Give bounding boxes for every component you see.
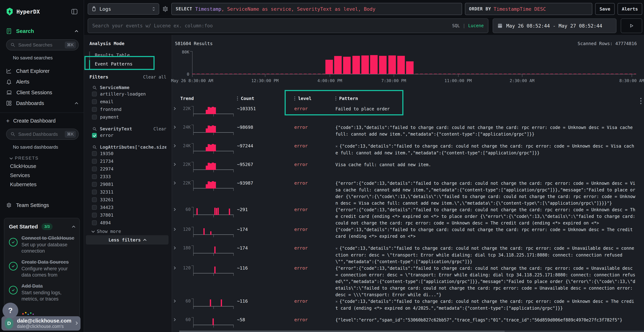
expand-row-chevron[interactable] — [172, 317, 177, 321]
pattern-cell[interactable]: Failed to place order — [336, 106, 637, 112]
pattern-cell[interactable]: ×{"code":13,"details":"failed to charge … — [336, 143, 637, 156]
checkbox[interactable] — [92, 174, 97, 179]
less-filters-button[interactable]: Less filters — [86, 235, 168, 244]
date-range-picker[interactable]: May 26 08:52:44 - May 27 08:52:44 — [493, 18, 616, 33]
table-row[interactable]: 60 ~116 error ×{"code":13,"details":"fai… — [172, 298, 637, 317]
get-started-item[interactable]: Add Data Start sending logs, metrics, or… — [9, 283, 75, 302]
saved-dashboards-input[interactable]: ⌘K — [6, 128, 79, 140]
table-row[interactable]: 60 ~58 error {"level":"error","span_id":… — [172, 317, 637, 332]
filter-option[interactable]: 21734 — [84, 158, 172, 165]
chevron-up-icon[interactable] — [72, 226, 75, 229]
histogram-bar[interactable] — [388, 56, 396, 74]
pattern-cell[interactable]: {"code":13,"details":"failed to charge c… — [336, 226, 637, 240]
checkbox[interactable] — [92, 166, 97, 171]
source-select[interactable]: Logs — [88, 3, 159, 15]
presets-toggle[interactable]: PRESETS — [0, 152, 84, 162]
table-row[interactable]: 24K ~98698 error {"code":13,"details":"f… — [172, 124, 637, 143]
horizontal-scrollbar[interactable] — [179, 330, 644, 332]
expand-row-chevron[interactable] — [172, 226, 177, 230]
search-icon[interactable] — [92, 127, 97, 131]
table-row[interactable]: 22K ~95267 error Visa cache full: cannot… — [172, 162, 637, 180]
mode-results-table[interactable]: Results Table — [84, 51, 172, 60]
expand-row-chevron[interactable] — [172, 265, 177, 269]
checkbox[interactable] — [92, 197, 97, 202]
help-button[interactable]: ? — [2, 303, 18, 318]
checkbox[interactable] — [92, 205, 97, 210]
table-row[interactable]: 24K ~97244 error ×{"code":13,"details":"… — [172, 143, 637, 162]
source-settings-gear-icon[interactable] — [162, 6, 168, 12]
pattern-cell[interactable]: {"level":"error","span_id":"53060b827c62… — [336, 317, 637, 324]
collapse-sidebar-icon[interactable] — [71, 8, 78, 15]
sidebar-item-alerts[interactable]: Alerts — [0, 76, 84, 87]
alerts-button[interactable]: Alerts — [618, 3, 642, 15]
pattern-cell[interactable]: Visa cache full: cannot add new item. — [336, 162, 637, 168]
get-started-item[interactable]: Create Data Sources Configure where your… — [9, 260, 75, 278]
pattern-cell[interactable]: {"error":{"code":13,"details":"failed to… — [336, 180, 637, 206]
filter-option[interactable]: 22974 — [84, 165, 172, 173]
filter-option[interactable]: frontend — [84, 106, 172, 113]
table-row[interactable]: 22K ~103351 error Failed to place order — [172, 106, 637, 124]
clear-all-link[interactable]: Clear all — [143, 74, 166, 80]
checkbox[interactable] — [92, 115, 97, 120]
filter-option[interactable]: payment — [84, 113, 172, 121]
event-search-input[interactable] — [92, 23, 449, 28]
column-header-trend[interactable]: Trend — [172, 96, 237, 101]
histogram-bar[interactable] — [370, 55, 378, 74]
checkbox[interactable] — [92, 133, 97, 138]
query-language-toggle[interactable]: SQL | Lucene — [452, 23, 484, 28]
saved-searches-input[interactable]: ⌘K — [6, 39, 79, 50]
table-row[interactable]: 180 ~174 error ×{"code":13,"details":"fa… — [172, 245, 637, 265]
histogram-bar[interactable] — [397, 56, 405, 74]
filter-option[interactable]: email — [84, 98, 172, 106]
filter-option[interactable]: artillery-loadgen — [84, 90, 172, 98]
pattern-cell[interactable]: ×{"code":13,"details":"failed to charge … — [336, 245, 637, 265]
dismiss-x-icon[interactable]: × — [336, 246, 338, 250]
filter-option[interactable]: 32311 — [84, 188, 172, 196]
checkbox[interactable] — [92, 220, 97, 225]
expand-row-chevron[interactable] — [172, 106, 177, 110]
histogram-bar[interactable] — [352, 56, 360, 74]
drag-handle-icon[interactable] — [336, 96, 336, 100]
filter-option[interactable]: 2333 — [84, 173, 172, 180]
filter-option[interactable]: 37801 — [84, 211, 172, 219]
column-header-count[interactable]: Count — [237, 96, 294, 101]
drag-handle-icon[interactable] — [294, 96, 295, 100]
checkbox[interactable] — [92, 107, 97, 112]
expand-row-chevron[interactable] — [172, 162, 177, 166]
table-row[interactable]: 60 ~291 error {"error":{"code":13,"detai… — [172, 206, 637, 226]
table-row[interactable]: 22K ~93987 error {"error":{"code":13,"de… — [172, 180, 637, 206]
filter-option[interactable]: 19350 — [84, 150, 172, 158]
expand-row-chevron[interactable] — [172, 206, 177, 210]
run-query-button[interactable] — [621, 18, 642, 33]
dismiss-x-icon[interactable]: × — [336, 300, 338, 304]
preset-services[interactable]: Services — [0, 171, 84, 180]
filter-option[interactable]: error — [84, 132, 172, 139]
checkbox[interactable] — [92, 92, 97, 96]
sql-toggle[interactable]: SQL — [452, 23, 460, 28]
sidebar-item-search[interactable]: Search — [0, 26, 84, 36]
expand-row-chevron[interactable] — [172, 298, 177, 302]
expand-row-chevron[interactable] — [172, 124, 177, 128]
filter-option[interactable]: 34423 — [84, 204, 172, 211]
search-icon[interactable] — [92, 85, 97, 90]
sidebar-item-chart-explorer[interactable]: Chart Explorer — [0, 66, 84, 76]
chevron-up-icon[interactable] — [75, 30, 78, 33]
checkbox[interactable] — [92, 159, 97, 164]
preset-clickhouse[interactable]: ClickHouse — [0, 162, 84, 171]
show-more-link[interactable]: Show more — [84, 227, 172, 234]
pattern-cell[interactable]: {"code":13,"details":"failed to charge c… — [336, 124, 637, 138]
mode-event-patterns[interactable]: Event Patterns — [84, 60, 172, 68]
expand-row-chevron[interactable] — [172, 245, 177, 249]
expand-row-chevron[interactable] — [172, 143, 177, 147]
column-header-pattern[interactable]: Pattern — [336, 96, 637, 101]
checkbox[interactable] — [92, 151, 97, 156]
select-clause-input[interactable]: SELECT Timestamp , ServiceName as servic… — [172, 3, 462, 15]
table-row[interactable]: 120 ~116 error {"error":{"code":13,"deta… — [172, 265, 637, 298]
preset-kubernetes[interactable]: Kubernetes — [0, 180, 84, 189]
filter-option[interactable]: 33261 — [84, 196, 172, 204]
histogram-bar[interactable] — [361, 56, 369, 74]
histogram-bar[interactable] — [334, 56, 342, 74]
clear-link[interactable]: Clear — [154, 126, 166, 132]
sidebar-item-team-settings[interactable]: Team Settings — [0, 200, 84, 210]
checkbox[interactable] — [92, 190, 97, 194]
